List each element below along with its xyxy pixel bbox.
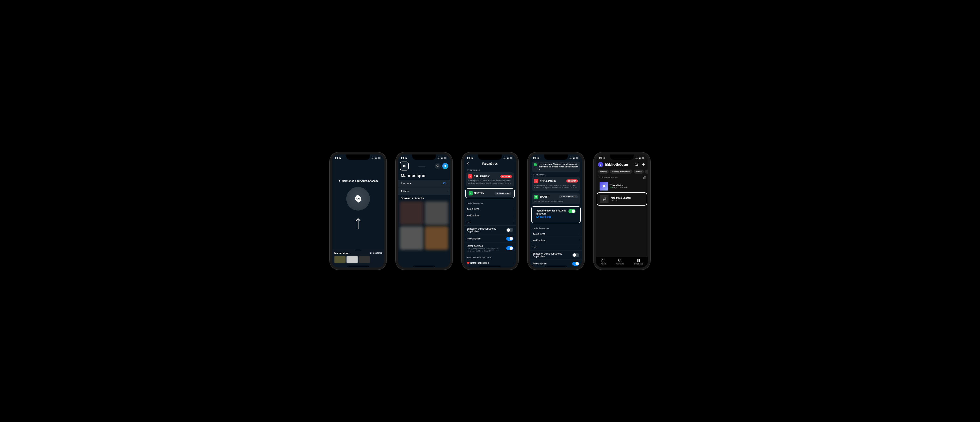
pref-video: Extrait de vidéo Lit automatiquement un … [464, 243, 516, 254]
pin-icon: ◆ [610, 187, 612, 189]
heart-icon: ❤️ [467, 262, 469, 264]
nav-row-shazams[interactable]: Shazams 17› [398, 180, 450, 187]
success-banner: ✓ Les nouveaux Shazams seront ajoutés à … [532, 162, 580, 172]
pref-icloud[interactable]: iCloud Sync› [530, 231, 582, 237]
drawer-handle[interactable] [418, 166, 425, 167]
home-icon [601, 259, 605, 263]
pref-notifications[interactable]: Notifications› [530, 237, 582, 244]
video-toggle[interactable] [506, 246, 513, 250]
status-indicators: ••••4G [372, 157, 381, 159]
spotify-icon [469, 191, 473, 195]
search-icon [618, 259, 622, 263]
chevron-right-icon: › [512, 208, 513, 210]
home-indicator[interactable] [546, 266, 566, 267]
spotify-card: SPOTIFY SE DÉCONNECTER Ouvrez vos Shazam… [532, 193, 580, 205]
svg-rect-17 [644, 158, 645, 158]
home-indicator[interactable] [347, 266, 369, 267]
startup-toggle[interactable] [506, 228, 513, 232]
svg-rect-5 [447, 158, 447, 158]
library-item-shazam[interactable]: Mes titres Shazam Playlist [598, 194, 646, 205]
sync-spotify-row: Synchroniser les Shazams à Spotify En sa… [534, 207, 578, 221]
phone-screen-2: 09:17 ••••4G Ma musique Shazams [396, 152, 452, 270]
plus-icon[interactable] [641, 162, 646, 167]
my-music-drawer[interactable]: Ma musique 17 Shazams [332, 249, 384, 268]
nav-home[interactable]: Accueil [601, 259, 606, 265]
nav-library[interactable]: Bibliothèque [634, 259, 643, 265]
library-item-liked[interactable]: Titres likés ◆Playlist • 758 titres [597, 181, 647, 192]
notch [412, 154, 436, 160]
nav-search[interactable]: Recherche [616, 259, 624, 265]
chip-artists[interactable]: Artistes [645, 170, 648, 174]
notch [544, 154, 568, 160]
apple-music-icon: ♪ [468, 174, 473, 179]
svg-rect-20 [644, 176, 646, 177]
pref-location[interactable]: Lieu› [530, 244, 582, 251]
pref-location[interactable]: Lieu› [464, 219, 516, 225]
shazam-icon [444, 164, 447, 168]
shazam-playlist-highlight: Mes titres Shazam Playlist [597, 192, 647, 206]
svg-rect-19 [643, 176, 644, 177]
shazam-button[interactable] [346, 187, 370, 211]
liked-songs-icon [600, 182, 608, 190]
my-music-label: Ma musique [334, 252, 349, 255]
search-icon[interactable] [635, 162, 639, 167]
svg-point-24 [605, 199, 605, 200]
haptic-toggle[interactable] [506, 237, 513, 241]
svg-rect-22 [644, 178, 646, 179]
prefs-section-label: PRÉFÉRENCES [464, 200, 516, 206]
spotify-disconnect-button[interactable]: SE DÉCONNECTER [559, 195, 578, 198]
chip-albums[interactable]: Albums [634, 170, 644, 174]
notch [346, 154, 370, 160]
haptic-toggle[interactable] [572, 262, 579, 266]
home-indicator[interactable] [611, 266, 633, 267]
shazam-count: 17 Shazams [370, 252, 382, 255]
library-icon [636, 259, 641, 263]
notch [610, 154, 634, 160]
svg-rect-16 [642, 158, 644, 159]
filter-chips: Playlists Podcasts et émissions Albums A… [596, 169, 648, 175]
album-tile[interactable] [400, 201, 423, 225]
phone-screen-1: 09:17 ••••4G Maintenez pour Auto-Shazam … [330, 152, 387, 270]
nav-row-artists[interactable]: Artistes › [398, 187, 450, 195]
phone-screen-3: 09:17 ••••4G Paramètres STREAMING ♪ APPL… [462, 152, 518, 270]
sync-toggle[interactable] [568, 209, 576, 213]
album-tile[interactable] [425, 226, 448, 250]
learn-more-link[interactable]: En savoir plus [536, 216, 566, 219]
spotify-connect-button[interactable]: SE CONNECTER [495, 192, 511, 195]
apple-music-card: ♪ APPLE MUSIC ESSAYER Gratuit pendant 1 … [466, 172, 514, 187]
apple-music-try-button[interactable]: ESSAYER [500, 175, 512, 178]
pref-icloud[interactable]: iCloud Sync› [464, 206, 516, 213]
drawer-handle[interactable] [355, 250, 361, 250]
album-tile[interactable] [425, 201, 448, 225]
auto-shazam-text: Maintenez pour Auto-Shazam [342, 179, 378, 182]
apple-music-try-button[interactable]: ESSAYER [566, 179, 578, 182]
grid-view-icon[interactable] [643, 176, 646, 179]
settings-button-highlight [400, 162, 409, 170]
pref-startup: Shazamer au démarrage de l'application [464, 225, 516, 235]
shazam-logo-icon [352, 193, 364, 205]
playlist-icon [600, 195, 608, 203]
chip-podcasts[interactable]: Podcasts et émissions [610, 170, 633, 174]
swipe-up-arrow-icon [332, 217, 384, 229]
startup-toggle[interactable] [572, 253, 579, 257]
sort-row[interactable]: Ajoutés récemment [596, 175, 648, 180]
svg-point-18 [635, 163, 638, 165]
album-tile[interactable] [400, 226, 423, 250]
pref-rate-app[interactable]: ❤️ Noter l'application › [464, 260, 516, 267]
apple-music-icon: ♪ [534, 179, 538, 183]
home-indicator[interactable] [479, 266, 501, 267]
settings-button[interactable] [401, 162, 408, 170]
recent-shazams-header: Shazams récents [398, 195, 450, 201]
home-indicator[interactable] [414, 266, 434, 267]
pref-notifications[interactable]: Notifications› [464, 213, 516, 219]
shazam-mini-button[interactable] [442, 163, 448, 169]
gear-icon [402, 164, 406, 168]
pref-haptic: Retour tactile [530, 260, 582, 268]
chevron-right-icon: › [512, 214, 513, 217]
profile-avatar[interactable]: L [598, 162, 603, 167]
mic-icon [338, 180, 340, 182]
chip-playlists[interactable]: Playlists [598, 170, 609, 174]
close-button[interactable] [466, 162, 469, 166]
search-button[interactable] [434, 163, 441, 169]
svg-rect-12 [576, 158, 578, 159]
